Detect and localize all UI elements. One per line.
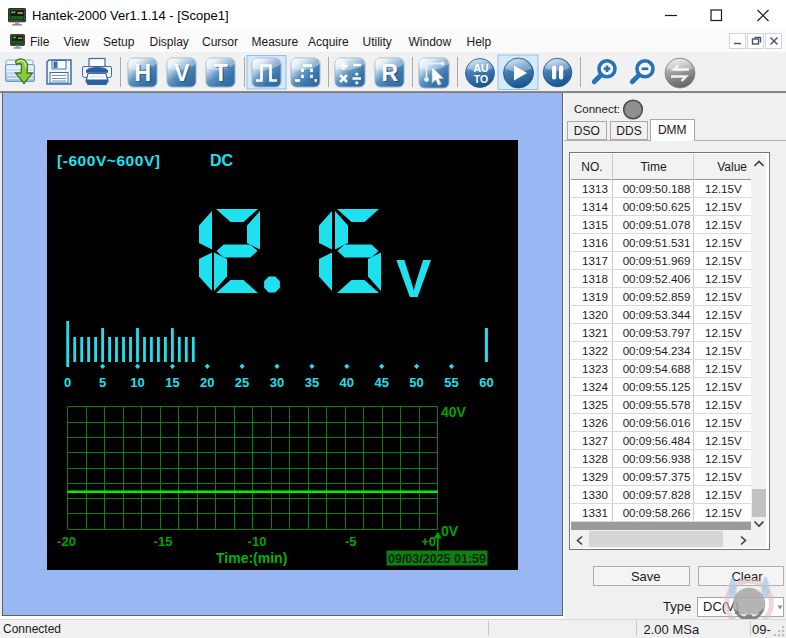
svg-text:-15: -15 xyxy=(154,534,173,549)
svg-text:+0: +0 xyxy=(421,534,436,549)
svg-text:30: 30 xyxy=(270,375,284,390)
svg-text:0V: 0V xyxy=(441,523,459,539)
svg-text:55: 55 xyxy=(444,375,458,390)
svg-text:09/03/2025 01:59: 09/03/2025 01:59 xyxy=(388,552,486,566)
svg-text:-5: -5 xyxy=(345,534,357,549)
svg-text:25: 25 xyxy=(235,375,249,390)
svg-text:[-600V~600V]: [-600V~600V] xyxy=(57,152,161,169)
svg-text:T: T xyxy=(214,60,228,86)
svg-text:5: 5 xyxy=(99,375,106,390)
svg-text:V: V xyxy=(396,249,431,308)
svg-text:DC: DC xyxy=(210,152,234,169)
svg-text:60: 60 xyxy=(479,375,493,390)
svg-text:V: V xyxy=(174,60,190,86)
svg-text:Time:(min): Time:(min) xyxy=(216,550,287,566)
svg-text:0: 0 xyxy=(64,375,71,390)
svg-text:40V: 40V xyxy=(441,404,467,420)
svg-text:20: 20 xyxy=(200,375,214,390)
svg-text:10: 10 xyxy=(130,375,144,390)
svg-text:35: 35 xyxy=(305,375,319,390)
svg-text:-10: -10 xyxy=(248,534,267,549)
svg-text:TO: TO xyxy=(474,73,488,85)
svg-text:40: 40 xyxy=(340,375,354,390)
svg-text:-20: -20 xyxy=(57,534,76,549)
svg-text:H: H xyxy=(134,60,151,86)
svg-text:R: R xyxy=(381,60,398,86)
svg-text:45: 45 xyxy=(374,375,388,390)
svg-text:15: 15 xyxy=(165,375,179,390)
svg-text:50: 50 xyxy=(409,375,423,390)
